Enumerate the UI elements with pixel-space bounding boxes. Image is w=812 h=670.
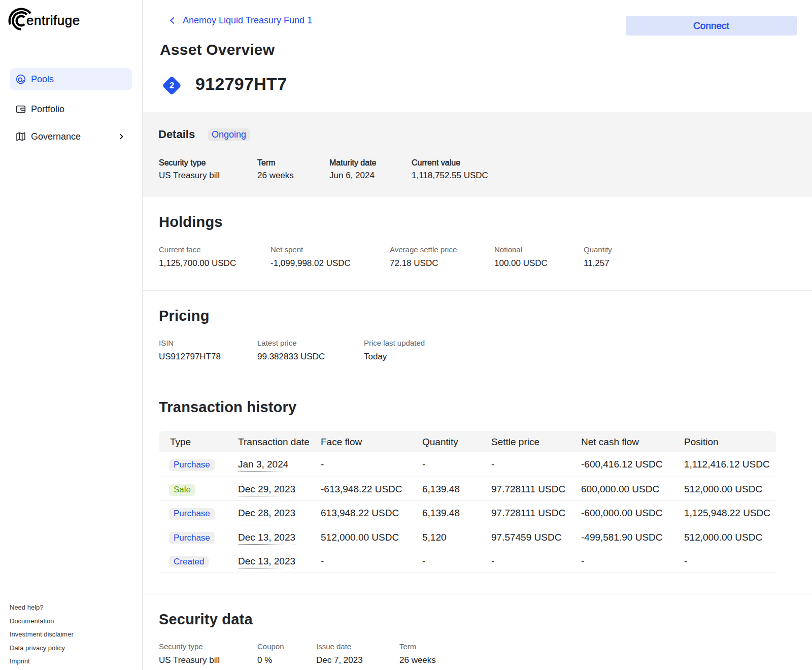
svg-text:entrifuge: entrifuge <box>26 13 80 28</box>
